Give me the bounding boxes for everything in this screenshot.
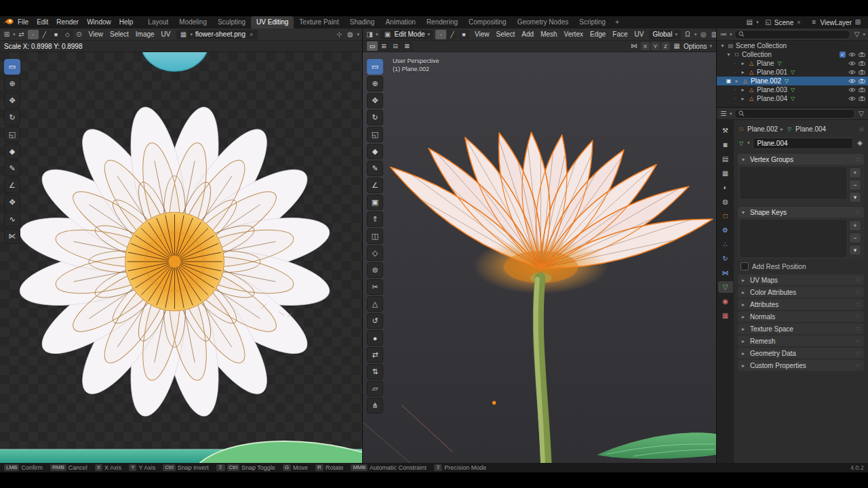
panel-texture-space[interactable]: ▸Texture Space∷ [738,323,864,334]
transform-tool[interactable]: ◆ [367,144,383,159]
scene-selector[interactable]: ◱ Scene × [762,18,805,27]
shape-keys-list[interactable] [741,220,846,257]
render-camera-icon[interactable] [859,95,865,102]
shape-key-specials-button[interactable]: ▾ [849,245,861,256]
workspace-tab-scripting[interactable]: Scripting [574,16,611,28]
uv-editor-type-caret-icon[interactable]: ▾ [13,32,16,37]
shear-tool[interactable]: ▱ [367,381,383,396]
spin-tool[interactable]: ↺ [367,313,383,329]
properties-tab-texture[interactable]: ▦ [718,310,733,321]
panel-uv-maps[interactable]: ▸UV Maps∷ [738,274,864,285]
workspace-tab-animation[interactable]: Animation [380,16,420,28]
properties-tab-output[interactable]: ▤ [718,153,733,165]
cursor-tool[interactable]: ⊕ [4,76,20,92]
add-rest-position-checkbox[interactable] [741,262,749,270]
hide-eye-icon[interactable] [848,86,856,94]
annotate-tool[interactable]: ✎ [367,161,383,176]
workspace-tab-modeling[interactable]: Modeling [174,16,212,28]
viewlayer-selector[interactable]: ≡ ViewLayer ⊞ [807,18,865,27]
viewport-menu-face[interactable]: Face [609,28,631,40]
expand-icon[interactable]: ▸ [740,60,746,66]
datablock-browse-caret-icon[interactable]: ▾ [747,140,750,146]
uv-editor-type-icon[interactable]: ⊞ [3,30,11,39]
properties-filter-icon[interactable]: ▽ [857,109,865,119]
annotate-tool[interactable]: ✎ [4,161,20,176]
scene-browse-caret-icon[interactable]: ▾ [756,20,759,25]
blender-logo-icon[interactable] [3,18,14,28]
workspace-tab-rendering[interactable]: Rendering [421,16,463,28]
breadcrumb-pin-icon[interactable]: ◎ [859,126,864,132]
uv-menu-select[interactable]: Select [106,28,132,40]
panel-custom-properties[interactable]: ▸Custom Properties∷ [738,360,864,371]
bevel-tool[interactable]: ◇ [367,245,383,261]
edge-slide-tool[interactable]: ⇄ [367,347,383,363]
mirror-x-toggle[interactable]: X [641,42,650,50]
menu-window[interactable]: Window [83,16,115,28]
remove-vertex-group-button[interactable]: − [849,180,861,190]
uv-pin-icon[interactable]: ⊹ [335,30,343,39]
select-box-tool[interactable]: ▭ [4,59,20,75]
knife-tool[interactable]: ✂ [367,279,383,295]
options-caret-icon[interactable]: ▾ [709,43,712,49]
viewport-menu-edge[interactable]: Edge [587,28,609,40]
select-invert-button[interactable]: ⊠ [401,41,412,51]
properties-tab-render[interactable]: ◙ [718,139,733,150]
outliner-row-object[interactable]: ·▸ △ Plane.003 ▽ [717,85,868,94]
outliner-type-caret-icon[interactable]: ▾ [730,32,732,37]
workspace-tab-texture-paint[interactable]: Texture Paint [294,16,344,28]
uv-overlays-icon[interactable]: ◍ [346,30,354,39]
uv-sync-select-icon[interactable]: ⇄ [18,30,26,39]
edge-select-mode-button[interactable]: ╱ [447,30,458,39]
outliner-row-scene-collection[interactable]: ▾ ▤ Scene Collection [717,41,868,50]
render-camera-icon[interactable] [859,86,865,94]
expand-icon[interactable]: ▸ [740,87,746,93]
transform-orientation-selector[interactable]: Global ▾ [649,30,680,39]
remove-shape-key-button[interactable]: − [849,232,861,243]
scene-unlink-icon[interactable]: × [795,19,802,26]
image-browse-icon[interactable]: ▦ [180,30,188,39]
hide-eye-icon[interactable] [848,60,856,67]
render-camera-icon[interactable] [859,68,865,76]
uv-menu-view[interactable]: View [85,28,107,40]
panel-color-attributes[interactable]: ▸Color Attributes∷ [738,287,864,298]
rip-region-tool[interactable]: ⋔ [367,398,383,413]
viewport-menu-select[interactable]: Select [493,28,519,40]
vertex-groups-list[interactable] [741,167,846,199]
inset-faces-tool[interactable]: ◫ [367,228,383,244]
outliner-row-object[interactable]: ·▸ △ Plane.004 ▽ [717,94,868,103]
hide-eye-icon[interactable] [848,68,856,76]
mirror-z-toggle[interactable]: Z [661,42,670,50]
properties-tab-particles[interactable]: ∴ [718,239,733,250]
loop-cut-tool[interactable]: ⊜ [367,262,383,278]
properties-tab-object[interactable]: □ [718,210,733,222]
render-camera-icon[interactable] [859,60,865,67]
vertex-select-mode-button[interactable]: ∙ [435,30,446,39]
expand-icon[interactable]: ▾ [719,43,726,49]
panel-normals[interactable]: ▸Normals∷ [738,311,864,322]
measure-tool[interactable]: ∠ [4,178,20,193]
rotate-tool[interactable]: ↻ [4,110,20,125]
viewport-menu-uv[interactable]: UV [631,28,648,40]
menu-help[interactable]: Help [115,16,138,28]
uv-canvas[interactable]: ▭⊕✥↻◱◆✎∠✥∿⋉ [0,52,362,463]
hide-eye-icon[interactable] [848,95,856,102]
outliner-row-collection[interactable]: ▾ □ Collection ✓ [717,50,868,59]
menu-file[interactable]: File [14,16,33,28]
add-shape-key-button[interactable]: + [849,220,861,231]
workspace-tab-uv-editing[interactable]: UV Editing [251,16,294,28]
uv-face-select-button[interactable]: ■ [51,30,62,39]
image-selector[interactable]: ▦▾ flower-sheet.png × [176,30,258,39]
workspace-tab-layout[interactable]: Layout [142,16,174,28]
move-tool[interactable]: ✥ [367,93,383,108]
measure-tool[interactable]: ∠ [367,178,383,193]
fake-user-shield-icon[interactable]: ◈ [856,138,864,148]
transform-tool[interactable]: ◆ [4,144,20,159]
add-vertex-group-button[interactable]: + [849,167,861,178]
uv-edge-select-button[interactable]: ╱ [39,30,50,39]
viewport-editor-type-caret-icon[interactable]: ▾ [376,32,378,37]
uv-island-select-button[interactable]: ◇ [62,30,73,39]
scale-tool[interactable]: ◱ [4,127,20,142]
hide-eye-icon[interactable] [848,77,856,85]
viewport-editor-type-icon[interactable]: ◨ [366,30,374,39]
collection-checkbox[interactable]: ✓ [840,52,846,58]
